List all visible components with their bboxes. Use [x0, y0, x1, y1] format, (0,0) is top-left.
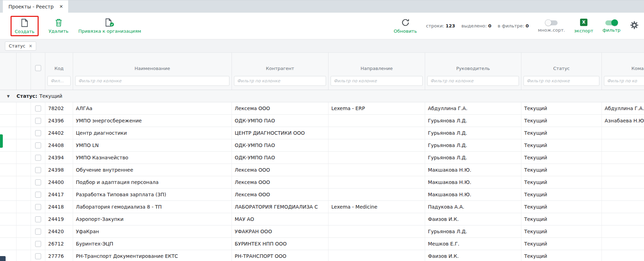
app-window: Проекты - Реестр ✕ Создать: [0, 0, 644, 261]
refresh-button[interactable]: Обновить: [394, 18, 417, 34]
column-header-direction[interactable]: Направление: [328, 53, 425, 75]
cell-counterparty: ЦЕНТР ДИАГНОСТИКИ ООО: [232, 127, 328, 139]
row-checkbox[interactable]: [35, 167, 41, 173]
rows-count-value: 123: [445, 23, 455, 28]
multisort-toggle-label: множ.сорт.: [538, 27, 565, 33]
tab-bar: Проекты - Реестр ✕: [0, 0, 644, 13]
delete-button[interactable]: Удалить: [48, 18, 69, 34]
side-panel-indicator[interactable]: [0, 134, 3, 148]
row-checkbox[interactable]: [35, 142, 41, 148]
column-header-manager[interactable]: Руководитель: [425, 53, 521, 75]
table-row[interactable]: 24396УМПО энергосбережениеОДК-УМПО ПАОГу…: [0, 115, 644, 127]
create-button[interactable]: Создать: [15, 18, 34, 34]
row-checkbox[interactable]: [35, 130, 41, 136]
row-checkbox[interactable]: [35, 241, 41, 247]
row-checkbox-cell: [31, 176, 45, 188]
row-blank-cell: [17, 102, 31, 114]
column-filter-counterparty[interactable]: [234, 76, 326, 86]
filter-empty-cell: [31, 75, 45, 90]
row-checkbox[interactable]: [35, 253, 41, 259]
column-header-counterparty[interactable]: Контрагент: [232, 53, 328, 75]
row-checkbox[interactable]: [35, 216, 41, 222]
export-button[interactable]: X экспорт: [574, 19, 593, 33]
table-row[interactable]: 24418Лаборатория гемодиализа 8 - ТПЛАБОР…: [0, 201, 644, 213]
column-filter-status[interactable]: [523, 76, 599, 86]
column-filter-code[interactable]: [47, 76, 71, 86]
table-row[interactable]: 24417Разработка Типовая зарплата (ЗП)Лек…: [0, 189, 644, 201]
corner-marker[interactable]: [0, 256, 6, 261]
table-row[interactable]: 24398Обучение внутреннееЛексема ОООМакша…: [0, 164, 644, 176]
cell-status: Текущий: [521, 102, 602, 114]
table-row[interactable]: 78202АЛГАаЛексема ОООLexema - ERPАбдулли…: [0, 102, 644, 115]
cell-counterparty: РН-ТРАНСПОРТ ООО: [232, 250, 328, 261]
group-row-label: Статус:: [17, 93, 37, 99]
table-row[interactable]: 27776РН-Транспорт Документирование ЕКТСР…: [0, 250, 644, 261]
cell-direction: [328, 250, 425, 261]
tab-projects-registry[interactable]: Проекты - Реестр ✕: [3, 0, 68, 13]
group-row-status[interactable]: ▼ Статус: Текущий: [0, 90, 644, 102]
cell-direction: Lexema - Medicine: [328, 201, 425, 213]
row-checkbox-cell: [31, 189, 45, 200]
cell-counterparty: ОДК-УМПО ПАО: [232, 115, 328, 127]
table-row[interactable]: 26712Буринтех-ЭЦПБУРИНТЕХ НПП ОООМешков …: [0, 238, 644, 250]
link-organizations-button[interactable]: Привязка к организациям: [78, 18, 141, 34]
multisort-toggle[interactable]: множ.сорт.: [538, 19, 565, 33]
table-row[interactable]: 24394УМПО КазначействоОДК-УМПО ПАОГурьян…: [0, 152, 644, 164]
blank-column-header: [17, 53, 31, 75]
cell-manager: Фаизов И.К.: [425, 213, 521, 225]
row-expander-cell: [0, 201, 17, 213]
row-checkbox[interactable]: [35, 106, 41, 112]
row-checkbox[interactable]: [35, 204, 41, 210]
cell-code: 24398: [45, 164, 73, 176]
row-checkbox[interactable]: [35, 155, 41, 161]
select-all-checkbox[interactable]: [35, 65, 41, 71]
column-filter-name[interactable]: [75, 76, 229, 86]
export-button-label: экспорт: [574, 28, 593, 33]
cell-team: [602, 164, 644, 176]
cell-counterparty: МАУ АО: [232, 213, 328, 225]
filter-toggle-switch[interactable]: [605, 20, 617, 25]
filter-chip-status[interactable]: Статус ✕: [5, 42, 36, 51]
multisort-toggle-switch[interactable]: [546, 20, 558, 25]
grid-header-labels: КодНаименованиеКонтрагентНаправлениеРуко…: [0, 53, 644, 75]
cell-team: [602, 201, 644, 213]
settings-button[interactable]: [630, 20, 639, 31]
column-filter-team[interactable]: [604, 76, 644, 86]
column-header-status[interactable]: Статус: [521, 53, 602, 75]
filter-chip-close-icon[interactable]: ✕: [29, 44, 32, 49]
collapse-caret-icon[interactable]: ▼: [0, 94, 17, 98]
filter-cell-counterparty: [232, 75, 328, 90]
column-filter-manager[interactable]: [427, 76, 519, 86]
cell-team: [602, 213, 644, 225]
cell-team: [602, 225, 644, 237]
cell-manager: Падукова А.А.: [425, 201, 521, 213]
row-expander-cell: [0, 152, 17, 164]
cell-counterparty: Лексема ООО: [232, 102, 328, 114]
table-row[interactable]: 24402Центр диагностикиЦЕНТР ДИАГНОСТИКИ …: [0, 127, 644, 139]
tab-close-icon[interactable]: ✕: [59, 4, 63, 9]
column-header-team[interactable]: Команда: [602, 53, 644, 75]
table-row[interactable]: 24400Подбор и адаптация персоналаЛексема…: [0, 176, 644, 189]
row-blank-cell: [17, 176, 31, 188]
row-checkbox[interactable]: [35, 229, 41, 235]
cell-name: Обучение внутреннее: [73, 164, 232, 176]
table-row[interactable]: 24419Аэропорт-ЗакупкиМАУ АОФаизов И.К.Те…: [0, 213, 644, 225]
row-checkbox[interactable]: [35, 192, 41, 198]
cell-status: Текущий: [521, 201, 602, 213]
row-checkbox[interactable]: [35, 179, 41, 185]
row-checkbox[interactable]: [35, 118, 41, 124]
table-row[interactable]: 24408УМПО LNОДК-УМПО ПАОГурьянова Л.Д.Те…: [0, 139, 644, 152]
cell-manager: Гурьянова Л.Д.: [425, 127, 521, 139]
column-header-code[interactable]: Код: [45, 53, 73, 75]
cell-manager: Гурьянова Л.Д.: [425, 115, 521, 127]
row-checkbox-cell: [31, 115, 45, 127]
column-filter-direction[interactable]: [331, 76, 423, 86]
row-blank-cell: [17, 152, 31, 164]
cell-team: [602, 127, 644, 139]
filter-toggle[interactable]: фильтр: [603, 19, 620, 33]
table-row[interactable]: 24420УфаКранУФАКРАН ОООГурьянова Л.Д.Тек…: [0, 225, 644, 238]
cell-name: УМПО LN: [73, 139, 232, 151]
filter-empty-cell: [0, 75, 17, 90]
link-organizations-label: Привязка к организациям: [78, 28, 141, 34]
column-header-name[interactable]: Наименование: [73, 53, 232, 75]
